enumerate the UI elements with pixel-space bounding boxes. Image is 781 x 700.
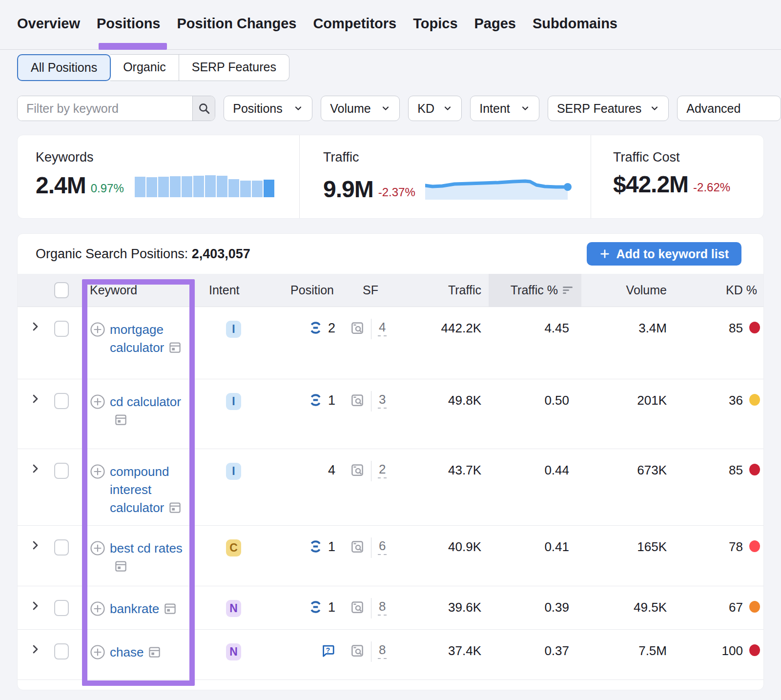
tab-position-changes[interactable]: Position Changes — [177, 16, 297, 44]
kd-difficulty-dot — [749, 464, 760, 475]
row-checkbox[interactable] — [54, 321, 69, 337]
select-all-checkbox[interactable] — [54, 282, 69, 298]
tab-pages[interactable]: Pages — [474, 16, 516, 44]
divider — [371, 461, 371, 481]
volume-value: 673K — [581, 449, 672, 525]
link-icon — [308, 393, 323, 407]
positions-summary: Organic Search Positions: 2,403,057 — [36, 247, 250, 262]
expand-row-icon[interactable] — [18, 449, 54, 525]
keyword-link[interactable]: best cd rates — [110, 541, 183, 556]
expand-row-icon[interactable] — [18, 379, 54, 449]
serp-preview-icon[interactable] — [148, 645, 161, 659]
keyword-link[interactable]: bankrate — [110, 601, 159, 616]
search-button[interactable] — [192, 96, 215, 121]
tab-overview[interactable]: Overview — [17, 16, 80, 44]
advanced-filters-label: Advanced — [686, 102, 740, 116]
organic-positions-card: Organic Search Positions: 2,403,057 Add … — [17, 233, 764, 690]
volume-value: 201K — [581, 379, 672, 449]
serp-preview-icon[interactable] — [168, 501, 182, 514]
keyword-link[interactable]: compound interest calculator — [110, 464, 169, 515]
top-nav: Overview Positions Position Changes Comp… — [0, 0, 781, 44]
expand-row-icon[interactable] — [18, 586, 54, 629]
add-keyword-icon[interactable] — [90, 394, 105, 449]
kd-difficulty-dot — [749, 601, 760, 613]
row-checkbox[interactable] — [54, 539, 69, 556]
sf-count-link[interactable]: 4 — [378, 321, 387, 336]
volume-value: 165K — [581, 526, 672, 586]
traffic-sparkline — [425, 173, 574, 203]
keyword-link[interactable]: mortgage calculator — [110, 322, 164, 355]
keyword-filter — [17, 96, 215, 121]
sort-descending-icon — [563, 287, 573, 294]
tab-competitors[interactable]: Competitors — [313, 16, 396, 44]
active-tab-underline — [99, 43, 167, 50]
sf-count-link[interactable]: 8 — [378, 600, 387, 616]
add-keyword-icon[interactable] — [90, 464, 105, 525]
add-keyword-icon[interactable] — [90, 644, 105, 679]
serp-features-icon[interactable] — [350, 321, 365, 335]
traffic-label: Traffic — [323, 150, 591, 165]
position-value: 2 — [328, 321, 335, 335]
position-value: 4 — [328, 463, 335, 477]
kd-filter-dropdown[interactable]: KD — [408, 96, 462, 121]
subtab-organic[interactable]: Organic — [110, 54, 179, 81]
traffic-value: 9.9M — [323, 178, 373, 201]
keyword-link[interactable]: cd calculator — [110, 394, 181, 409]
volume-filter-dropdown[interactable]: Volume — [321, 96, 400, 121]
serp-features-icon[interactable] — [350, 539, 365, 554]
add-keyword-icon[interactable] — [90, 601, 105, 629]
subtab-serp-features[interactable]: SERP Features — [179, 54, 289, 81]
add-keyword-icon[interactable] — [90, 540, 105, 586]
kd-difficulty-dot — [749, 394, 760, 406]
question-bubble-icon[interactable]: ? — [321, 643, 335, 658]
table-row: compound interest calculator I 4 2 43.7K… — [18, 449, 763, 525]
row-checkbox[interactable] — [54, 600, 69, 616]
volume-value: 3.4M — [581, 307, 672, 379]
keyword-link[interactable]: chase — [110, 645, 144, 659]
kd-difficulty-dot — [749, 644, 760, 656]
traffic-pct-value: 0.50 — [489, 379, 581, 449]
header-intent: Intent — [196, 274, 257, 307]
serp-features-icon[interactable] — [350, 463, 365, 477]
add-to-keyword-list-label: Add to keyword list — [616, 247, 729, 261]
serp-preview-icon[interactable] — [114, 559, 127, 573]
traffic-value: 39.6K — [396, 586, 489, 629]
sf-count-link[interactable]: 2 — [378, 463, 387, 478]
serp-features-icon[interactable] — [350, 643, 365, 658]
expand-row-icon[interactable] — [18, 526, 54, 586]
row-checkbox[interactable] — [54, 393, 69, 409]
subtab-all-positions[interactable]: All Positions — [17, 54, 111, 81]
traffic-cost-stat: Traffic Cost $42.2M -2.62% — [591, 135, 763, 218]
serp-preview-icon[interactable] — [168, 341, 182, 354]
add-keyword-icon[interactable] — [90, 322, 105, 379]
keyword-filter-input[interactable] — [18, 96, 192, 121]
divider — [371, 319, 371, 339]
sf-count-link[interactable]: 8 — [378, 643, 387, 659]
link-icon — [308, 321, 323, 335]
tab-positions[interactable]: Positions — [97, 16, 161, 44]
serp-preview-icon[interactable] — [164, 602, 177, 615]
advanced-filters-button[interactable]: Advanced — [677, 96, 781, 121]
expand-row-icon[interactable] — [18, 630, 54, 679]
serp-features-icon[interactable] — [350, 600, 365, 615]
intent-filter-dropdown[interactable]: Intent — [470, 96, 539, 121]
serp-preview-icon[interactable] — [114, 413, 127, 426]
tab-subdomains[interactable]: Subdomains — [533, 16, 617, 44]
positions-filter-dropdown[interactable]: Positions — [224, 96, 312, 121]
add-to-keyword-list-button[interactable]: Add to keyword list — [587, 242, 741, 266]
serp-features-icon[interactable] — [350, 393, 365, 408]
expand-row-icon[interactable] — [18, 307, 54, 379]
tab-topics[interactable]: Topics — [413, 16, 457, 44]
filter-bar: Positions Volume KD Intent SERP Features… — [17, 96, 781, 121]
sf-count-link[interactable]: 6 — [378, 539, 387, 555]
positions-filter-label: Positions — [233, 102, 282, 116]
header-traffic-pct[interactable]: Traffic % — [489, 274, 581, 307]
row-checkbox[interactable] — [54, 643, 69, 659]
row-checkbox[interactable] — [54, 463, 69, 479]
traffic-stat: Traffic 9.9M -2.37% — [299, 135, 591, 218]
traffic-value: 40.9K — [396, 526, 489, 586]
serp-features-filter-label: SERP Features — [557, 102, 641, 116]
serp-features-filter-dropdown[interactable]: SERP Features — [548, 96, 669, 121]
traffic-value: 49.8K — [396, 379, 489, 449]
sf-count-link[interactable]: 3 — [378, 393, 387, 409]
